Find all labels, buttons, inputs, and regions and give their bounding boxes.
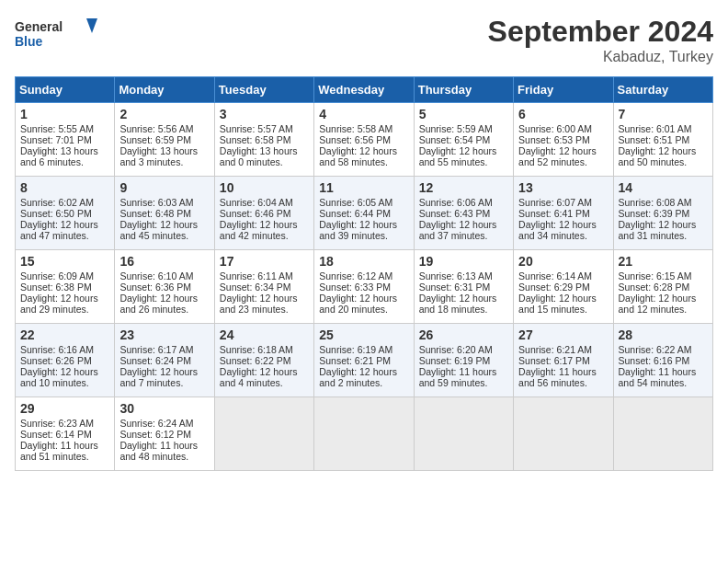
sunrise: Sunrise: 6:20 AM — [419, 344, 493, 355]
day-number: 7 — [619, 107, 708, 121]
calendar-header-thursday: Thursday — [414, 77, 513, 103]
day-number: 1 — [20, 107, 109, 121]
sunset: Sunset: 6:56 PM — [319, 134, 391, 145]
sunset: Sunset: 6:26 PM — [20, 355, 92, 366]
sunrise: Sunrise: 6:03 AM — [119, 197, 193, 208]
sunrise: Sunrise: 6:01 AM — [619, 123, 692, 134]
daylight-label: Daylight: 11 hours and 54 minutes. — [619, 366, 697, 388]
sunrise: Sunrise: 6:07 AM — [518, 197, 592, 208]
day-number: 23 — [119, 327, 209, 342]
calendar-day-22: 22 Sunrise: 6:16 AM Sunset: 6:26 PM Dayl… — [16, 324, 115, 397]
calendar-day-19: 19 Sunrise: 6:13 AM Sunset: 6:31 PM Dayl… — [414, 250, 513, 324]
day-number: 18 — [319, 254, 408, 269]
sunrise: Sunrise: 6:18 AM — [220, 344, 293, 355]
calendar-day-24: 24 Sunrise: 6:18 AM Sunset: 6:22 PM Dayl… — [214, 324, 313, 397]
calendar-day-29: 29 Sunrise: 6:23 AM Sunset: 6:14 PM Dayl… — [16, 397, 115, 471]
day-number: 30 — [119, 401, 209, 416]
location-subtitle: Kabaduz, Turkey — [488, 49, 713, 65]
daylight-label: Daylight: 12 hours and 23 minutes. — [220, 293, 298, 315]
sunset: Sunset: 6:29 PM — [518, 282, 590, 293]
logo-svg: General Blue — [15, 15, 97, 52]
day-number: 13 — [518, 180, 608, 195]
title-block: September 2024 Kabaduz, Turkey — [488, 15, 713, 65]
sunrise: Sunrise: 6:08 AM — [619, 197, 692, 208]
day-number: 4 — [319, 107, 408, 121]
calendar-day-10: 10 Sunrise: 6:04 AM Sunset: 6:46 PM Dayl… — [214, 177, 313, 250]
day-number: 6 — [518, 107, 608, 121]
calendar-day-15: 15 Sunrise: 6:09 AM Sunset: 6:38 PM Dayl… — [16, 250, 115, 324]
sunrise: Sunrise: 6:09 AM — [20, 270, 94, 282]
daylight-label: Daylight: 11 hours and 56 minutes. — [518, 366, 597, 388]
sunset: Sunset: 7:01 PM — [20, 134, 92, 145]
calendar-day-27: 27 Sunrise: 6:21 AM Sunset: 6:17 PM Dayl… — [514, 324, 613, 397]
sunrise: Sunrise: 6:17 AM — [119, 344, 193, 355]
sunset: Sunset: 6:38 PM — [20, 282, 92, 293]
sunset: Sunset: 6:44 PM — [319, 208, 391, 219]
calendar-day-1: 1 Sunrise: 5:55 AM Sunset: 7:01 PM Dayli… — [16, 103, 115, 177]
calendar-day-20: 20 Sunrise: 6:14 AM Sunset: 6:29 PM Dayl… — [514, 250, 613, 324]
day-number: 10 — [220, 180, 309, 195]
calendar-day-16: 16 Sunrise: 6:10 AM Sunset: 6:36 PM Dayl… — [115, 250, 214, 324]
day-number: 3 — [220, 107, 309, 121]
sunset: Sunset: 6:34 PM — [220, 282, 291, 293]
day-number: 19 — [419, 254, 508, 269]
sunrise: Sunrise: 5:59 AM — [419, 123, 493, 134]
calendar-week-row: 8 Sunrise: 6:02 AM Sunset: 6:50 PM Dayli… — [16, 177, 713, 250]
calendar-header-row: SundayMondayTuesdayWednesdayThursdayFrid… — [16, 77, 713, 103]
sunset: Sunset: 6:17 PM — [518, 355, 590, 366]
calendar-day-17: 17 Sunrise: 6:11 AM Sunset: 6:34 PM Dayl… — [214, 250, 313, 324]
sunrise: Sunrise: 5:55 AM — [20, 123, 94, 134]
svg-text:General: General — [15, 19, 63, 34]
day-number: 11 — [319, 180, 408, 195]
calendar-day-empty — [314, 397, 414, 471]
day-number: 2 — [119, 107, 209, 121]
sunrise: Sunrise: 6:13 AM — [419, 270, 493, 282]
daylight-label: Daylight: 12 hours and 15 minutes. — [518, 293, 597, 315]
sunset: Sunset: 6:54 PM — [419, 134, 491, 145]
daylight-label: Daylight: 12 hours and 47 minutes. — [20, 219, 98, 241]
daylight-label: Daylight: 11 hours and 51 minutes. — [20, 440, 98, 462]
day-number: 28 — [619, 327, 708, 342]
daylight-label: Daylight: 12 hours and 34 minutes. — [518, 219, 597, 241]
sunrise: Sunrise: 6:12 AM — [319, 270, 392, 282]
calendar-day-11: 11 Sunrise: 6:05 AM Sunset: 6:44 PM Dayl… — [314, 177, 414, 250]
sunset: Sunset: 6:16 PM — [619, 355, 690, 366]
calendar-day-empty — [214, 397, 313, 471]
daylight-label: Daylight: 12 hours and 7 minutes. — [119, 366, 198, 388]
calendar-day-26: 26 Sunrise: 6:20 AM Sunset: 6:19 PM Dayl… — [414, 324, 513, 397]
day-number: 5 — [419, 107, 508, 121]
calendar-week-row: 1 Sunrise: 5:55 AM Sunset: 7:01 PM Dayli… — [16, 103, 713, 177]
sunset: Sunset: 6:22 PM — [220, 355, 291, 366]
sunrise: Sunrise: 6:06 AM — [419, 197, 493, 208]
sunset: Sunset: 6:31 PM — [419, 282, 491, 293]
daylight-label: Daylight: 12 hours and 50 minutes. — [619, 145, 697, 167]
daylight-label: Daylight: 12 hours and 4 minutes. — [220, 366, 298, 388]
sunset: Sunset: 6:59 PM — [119, 134, 191, 145]
calendar-day-empty — [414, 397, 513, 471]
calendar-day-5: 5 Sunrise: 5:59 AM Sunset: 6:54 PM Dayli… — [414, 103, 513, 177]
calendar-day-13: 13 Sunrise: 6:07 AM Sunset: 6:41 PM Dayl… — [514, 177, 613, 250]
daylight-label: Daylight: 12 hours and 42 minutes. — [220, 219, 298, 241]
daylight-label: Daylight: 12 hours and 37 minutes. — [419, 219, 497, 241]
daylight-label: Daylight: 12 hours and 29 minutes. — [20, 293, 98, 315]
day-number: 15 — [20, 254, 109, 269]
sunset: Sunset: 6:12 PM — [119, 429, 191, 440]
sunset: Sunset: 6:39 PM — [619, 208, 690, 219]
calendar-day-14: 14 Sunrise: 6:08 AM Sunset: 6:39 PM Dayl… — [613, 177, 712, 250]
calendar-day-8: 8 Sunrise: 6:02 AM Sunset: 6:50 PM Dayli… — [16, 177, 115, 250]
day-number: 14 — [619, 180, 708, 195]
daylight-label: Daylight: 12 hours and 39 minutes. — [319, 219, 397, 241]
daylight-label: Daylight: 12 hours and 58 minutes. — [319, 145, 397, 167]
calendar-day-3: 3 Sunrise: 5:57 AM Sunset: 6:58 PM Dayli… — [214, 103, 313, 177]
calendar-day-9: 9 Sunrise: 6:03 AM Sunset: 6:48 PM Dayli… — [115, 177, 214, 250]
daylight-label: Daylight: 12 hours and 20 minutes. — [319, 293, 397, 315]
logo: General Blue — [15, 15, 97, 52]
sunset: Sunset: 6:21 PM — [319, 355, 391, 366]
sunset: Sunset: 6:43 PM — [419, 208, 491, 219]
day-number: 8 — [20, 180, 109, 195]
sunrise: Sunrise: 6:23 AM — [20, 418, 94, 429]
calendar-day-28: 28 Sunrise: 6:22 AM Sunset: 6:16 PM Dayl… — [613, 324, 712, 397]
sunset: Sunset: 6:51 PM — [619, 134, 690, 145]
day-number: 26 — [419, 327, 508, 342]
day-number: 20 — [518, 254, 608, 269]
